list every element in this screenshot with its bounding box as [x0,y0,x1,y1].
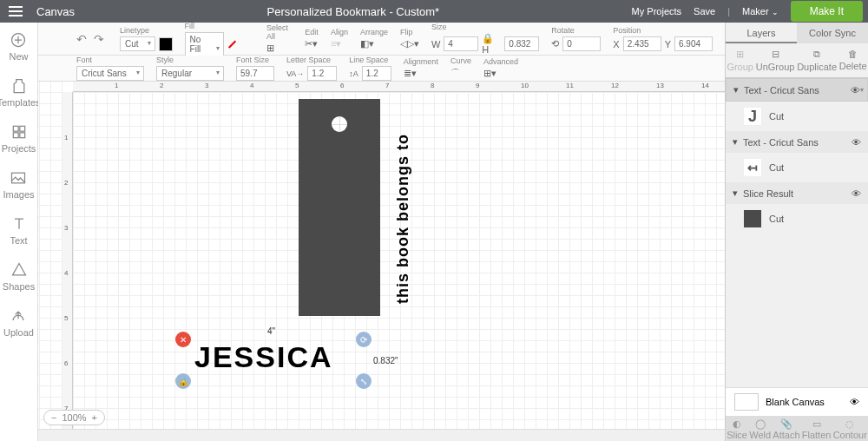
redo-button[interactable]: ↷ [94,32,104,46]
machine-select[interactable]: Maker ⌄ [742,6,779,16]
width-dim: 4" [267,326,275,336]
font-select[interactable]: Cricut Sans [76,66,144,81]
posx-input[interactable]: 2.435 [623,36,661,51]
bookmark-hole [332,116,347,132]
fill-select[interactable]: No Fill [185,32,224,56]
slice-button[interactable]: ◐Slice [727,418,747,440]
attach-button[interactable]: 📎Attach [773,418,799,440]
blank-canvas[interactable]: Blank Canvas👁 [726,387,868,417]
selectall-icon[interactable]: ⊞ [266,43,293,54]
layers-panel: Layers Color Sync ⊞Group ⊟UnGroup ⧉Dupli… [725,23,868,441]
nav-upload[interactable]: Upload [3,307,34,338]
nav-shapes[interactable]: Shapes [3,261,35,292]
posy-input[interactable]: 6.904 [674,36,713,51]
zoom-control[interactable]: −100%+ [43,410,105,425]
nav-templates[interactable]: Templates [0,77,41,108]
menu-icon[interactable] [0,0,31,23]
resize-handle[interactable]: ⤡ [356,373,372,389]
duplicate-button[interactable]: ⧉Duplicate [797,49,837,72]
weld-button[interactable]: ◯Weld [749,418,771,440]
edit-icon[interactable]: ✂▾ [305,38,319,49]
height-input[interactable]: 0.832 [504,36,539,51]
svg-rect-3 [13,133,18,138]
linetype-select[interactable]: Cut [120,36,155,51]
layer-header-1[interactable]: ▾Text - Cricut Sans👁 [726,131,868,153]
top-bar: Canvas Personalized Bookmark - Custom* M… [0,0,868,23]
nav-text[interactable]: Text [10,215,27,246]
tab-layers[interactable]: Layers [726,23,797,43]
layer-item-1[interactable]: ↤Cut [726,153,868,182]
rotate-input[interactable]: 0 [562,36,601,51]
arrange-icon[interactable]: ◧▾ [360,38,388,49]
curve-icon[interactable]: ⌒ [450,67,471,80]
layer-header-2[interactable]: ▾Slice Result👁 [726,182,868,204]
svg-rect-5 [12,173,25,183]
group-button: ⊞Group [727,49,753,72]
canvas[interactable]: 1234567891011121314 1234567 this book be… [38,82,725,429]
contour-button[interactable]: ◌Contour [833,418,867,440]
visibility-icon[interactable]: 👁 [852,188,861,199]
belongs-text[interactable]: this book belongs to [394,134,412,304]
delete-handle[interactable]: ✕ [175,332,191,347]
layer-item-0[interactable]: JCut [726,102,868,131]
ruler-vertical [62,92,73,429]
ruler-horizontal [73,82,725,92]
lock-handle[interactable]: 🔒 [175,373,191,389]
make-it-button[interactable]: Make It [791,1,863,22]
bookmark-shape[interactable] [299,99,380,316]
ungroup-button[interactable]: ⊟UnGroup [756,49,795,72]
alignment-icon[interactable]: ≣▾ [404,68,438,79]
nav-images[interactable]: Images [3,169,34,200]
color-swatch[interactable] [159,37,173,51]
letterspace-input[interactable]: 1.2 [307,66,337,81]
nofill-icon [228,40,236,48]
fontsize-input[interactable]: 59.7 [236,66,274,81]
visibility-off-icon[interactable]: 👁 [850,397,859,407]
nav-new[interactable]: New [9,31,28,62]
delete-button[interactable]: 🗑Delete [839,49,867,72]
width-input[interactable]: 4 [444,36,478,51]
canvas-label: Canvas [31,5,75,18]
scrollbar-bottom[interactable] [38,429,725,441]
flatten-button[interactable]: ▭Flatten [802,418,832,440]
my-projects-link[interactable]: My Projects [632,6,681,16]
left-nav: New Templates Projects Images Text Shape… [0,23,38,441]
save-link[interactable]: Save [694,6,715,16]
project-title: Personalized Bookmark - Custom* [75,5,632,18]
edit-toolbar: ↶ ↷ LinetypeCut FillNo Fill Select All⊞ … [38,23,725,56]
nav-projects[interactable]: Projects [2,123,36,154]
undo-button[interactable]: ↶ [76,32,87,46]
layer-header-0[interactable]: ▾Text - Cricut Sans👁 [726,78,868,102]
rotate-handle[interactable]: ⟳ [356,332,372,347]
height-dim: 0.832" [373,356,398,365]
text-toolbar: FontCricut Sans StyleRegular Font Size59… [38,56,725,82]
svg-rect-4 [19,133,24,138]
svg-rect-1 [13,126,18,131]
layer-item-2[interactable]: ▮Cut [726,204,868,234]
svg-rect-2 [19,126,24,131]
linespace-input[interactable]: 1.2 [362,66,391,81]
visibility-icon[interactable]: 👁 [851,85,860,95]
tab-colorsync[interactable]: Color Sync [797,23,868,43]
advanced-icon[interactable]: ⊞▾ [483,68,518,79]
name-text[interactable]: JESSICA [194,340,333,374]
visibility-icon[interactable]: 👁 [852,137,861,148]
flip-icon[interactable]: ◁▷▾ [400,38,419,49]
style-select[interactable]: Regular [156,66,224,81]
align-icon: ≡▾ [331,38,348,49]
